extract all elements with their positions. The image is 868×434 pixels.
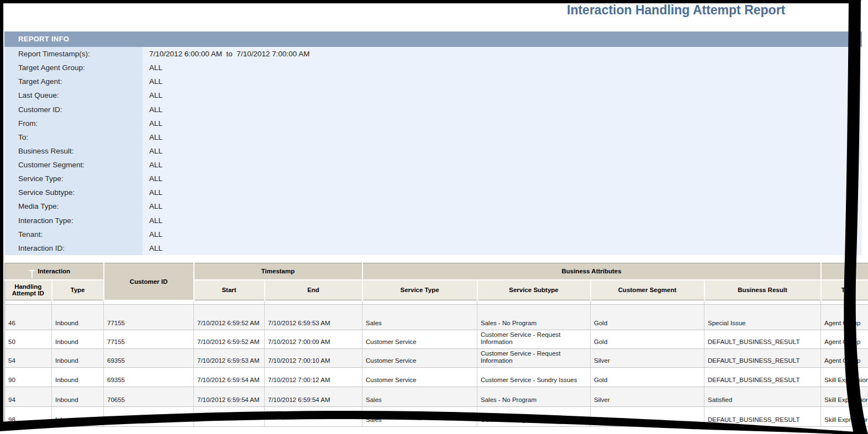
spacer-cell xyxy=(194,300,265,305)
column-header-service-subtype[interactable]: Service Subtype xyxy=(477,280,591,300)
report-page: Interaction Handling Attempt Report REPO… xyxy=(0,0,868,434)
table-cell: Sales - No Program xyxy=(477,305,591,330)
column-header-type[interactable]: Type xyxy=(52,280,104,300)
report-info-value: ALL xyxy=(143,186,862,199)
table-cell: Customer Service - Request Information xyxy=(477,330,591,349)
report-info-row: Customer Segment:ALL xyxy=(4,158,862,172)
table-cell: Inbound xyxy=(52,349,104,368)
report-info-row: Tenant:ALL xyxy=(4,227,862,241)
report-info-label: Business Result: xyxy=(4,144,143,158)
table-cell: Inbound xyxy=(52,387,104,407)
report-info-row: Business Result:ALL xyxy=(4,144,862,158)
table-cell: Inbound xyxy=(52,368,104,387)
report-info-label: Target Agent: xyxy=(4,75,143,88)
column-header-end[interactable]: End xyxy=(265,280,362,300)
column-header-service-type[interactable]: Service Type xyxy=(362,280,477,300)
table-cell: Gold xyxy=(591,305,704,330)
spacer-cell xyxy=(591,300,704,305)
report-info-label: Tenant: xyxy=(4,227,143,241)
report-info-label: Service Subtype: xyxy=(4,186,143,199)
table-cell: 70655 xyxy=(104,387,194,407)
spacer-cell xyxy=(362,300,477,305)
table-row: 50Inbound771557/10/2012 6:59:52 AM7/10/2… xyxy=(5,330,868,349)
table-cell: Special Issue xyxy=(704,305,821,330)
attempt-table: Interaction Customer ID Timestamp Busine… xyxy=(4,263,868,427)
table-cell: Sales xyxy=(362,305,477,330)
table-row: 94Inbound706557/10/2012 6:59:54 AM7/10/2… xyxy=(5,387,868,407)
table-cell: Agent Group xyxy=(821,349,868,368)
table-cell: 98 xyxy=(5,407,52,427)
table-cell: Customer Service - Sundry Issues xyxy=(477,368,591,387)
column-header-handling-attempt-id[interactable]: Handling Attempt ID xyxy=(5,280,52,300)
report-info-value: ALL xyxy=(143,172,862,186)
table-row: 98InboundSalesSales - No ProgramGoldDEFA… xyxy=(5,407,868,427)
table-cell: 69355 xyxy=(104,349,194,368)
table-cell: Sales xyxy=(362,407,477,427)
table-cell: 7/10/2012 7:00:12 AM xyxy=(265,368,362,387)
table-cell: Skill Expression xyxy=(821,407,868,427)
table-cell: Customer Service xyxy=(362,349,477,368)
table-cell: Gold xyxy=(591,368,704,387)
column-header-customer-id[interactable]: Customer ID xyxy=(104,263,194,300)
report-info-label: Interaction ID: xyxy=(4,241,143,255)
table-row: 46Inbound771557/10/2012 6:59:52 AM7/10/2… xyxy=(5,305,868,330)
report-info-section: REPORT INFO Report Timestamp(s):7/10/201… xyxy=(4,31,862,255)
report-info-row: Report Timestamp(s):7/10/2012 6:00:00 AM… xyxy=(4,47,862,61)
report-info-row: To:ALL xyxy=(4,130,862,144)
report-info-value: ALL xyxy=(143,88,862,102)
table-cell: 46 xyxy=(5,305,52,330)
table-cell: 7/10/2012 6:59:54 AM xyxy=(194,368,265,387)
column-header-resource-type[interactable]: Type xyxy=(821,280,868,300)
report-info-row: Last Queue:ALL xyxy=(4,88,862,102)
table-cell: 7/10/2012 6:59:53 AM xyxy=(265,305,362,330)
table-cell: DEFAULT_BUSINESS_RESULT xyxy=(704,330,821,349)
column-header-business-result[interactable]: Business Result xyxy=(704,280,821,300)
table-cell: 54 xyxy=(5,349,52,368)
report-info-label: To: xyxy=(4,130,143,144)
table-cell: Skill Expression xyxy=(821,368,868,387)
column-header-start[interactable]: Start xyxy=(194,280,265,300)
table-row: 90Inbound693557/10/2012 6:59:54 AM7/10/2… xyxy=(5,368,868,387)
table-cell: 90 xyxy=(5,368,52,387)
table-cell: DEFAULT_BUSINESS_RESULT xyxy=(704,349,821,368)
report-info-label: Service Type: xyxy=(4,172,143,186)
table-cell: Customer Service xyxy=(362,330,477,349)
report-info-label: From: xyxy=(4,117,143,130)
table-cell: DEFAULT_BUSINESS_RESULT xyxy=(704,407,821,427)
table-cell: Silver xyxy=(591,349,704,368)
report-info-value: ALL xyxy=(143,241,862,255)
report-info-row: Customer ID:ALL xyxy=(4,103,862,117)
table-cell xyxy=(194,407,265,427)
table-cell: Customer Service xyxy=(362,368,477,387)
table-cell: 7/10/2012 6:59:54 AM xyxy=(194,387,265,407)
group-header-business-attributes[interactable]: Business Attributes xyxy=(362,263,821,280)
table-cell: 7/10/2012 7:00:09 AM xyxy=(265,330,362,349)
table-cell: 7/10/2012 6:59:52 AM xyxy=(194,330,265,349)
page-title: Interaction Handling Attempt Report xyxy=(567,3,785,18)
table-cell: Silver xyxy=(591,387,704,407)
column-header-customer-segment[interactable]: Customer Segment xyxy=(591,280,704,300)
table-cell: Satisfied xyxy=(704,387,821,407)
group-header-interaction[interactable]: Interaction xyxy=(5,263,104,280)
table-cell: Sales - No Program xyxy=(477,407,591,427)
report-info-label: Media Type: xyxy=(4,199,143,213)
report-info-label: Customer Segment: xyxy=(4,158,143,172)
table-cell: Sales xyxy=(362,387,477,407)
group-header-resource[interactable] xyxy=(821,263,868,280)
report-info-header: REPORT INFO xyxy=(4,31,862,47)
table-cell: 50 xyxy=(5,330,52,349)
report-info-label: Interaction Type: xyxy=(4,214,143,227)
table-cell: Skill Expression xyxy=(821,387,868,407)
report-info-label: Report Timestamp(s): xyxy=(4,47,143,61)
report-info-label: Target Agent Group: xyxy=(4,61,143,75)
report-info-row: Target Agent:ALL xyxy=(4,75,862,88)
report-info-value: ALL xyxy=(143,75,862,88)
group-header-timestamp[interactable]: Timestamp xyxy=(194,263,362,280)
report-info-row: Interaction ID:ALL xyxy=(4,241,862,255)
spacer-cell xyxy=(265,300,362,305)
table-cell: Inbound xyxy=(52,330,104,349)
table-cell: 7/10/2012 6:59:53 AM xyxy=(194,349,265,368)
spacer-cell xyxy=(477,300,591,305)
spacer-cell xyxy=(5,300,52,305)
spacer-cell xyxy=(104,300,194,305)
